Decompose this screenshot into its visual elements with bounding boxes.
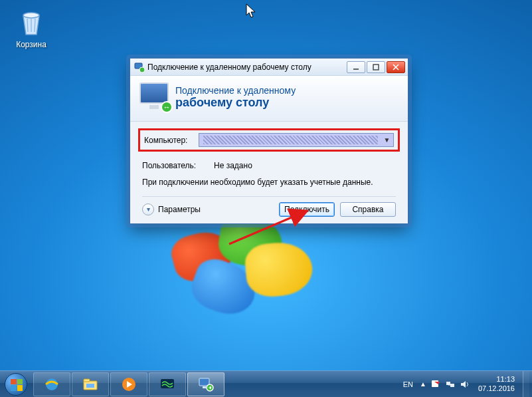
close-button[interactable] <box>387 61 405 73</box>
action-center-icon[interactable] <box>430 379 441 390</box>
taskbar-item-ie[interactable] <box>33 372 70 396</box>
rdp-title-icon <box>134 62 145 72</box>
language-indicator[interactable]: EN <box>400 379 416 390</box>
recycle-bin-label: Корзина <box>7 40 56 49</box>
clock-time: 11:13 <box>478 375 515 384</box>
show-desktop-button[interactable] <box>523 371 529 398</box>
computer-field-highlight: Компьютер: ▼ <box>138 128 400 152</box>
taskbar: EN ▲ 11:13 07.12.2016 <box>0 370 532 397</box>
start-button[interactable] <box>3 371 29 398</box>
chevron-down-icon[interactable]: ▼ <box>382 136 392 144</box>
svg-point-6 <box>46 378 58 390</box>
options-toggle[interactable]: ▾ Параметры <box>142 203 201 215</box>
recycle-bin[interactable]: Корзина <box>7 7 56 49</box>
desktop: Корзина Подключение к удаленному рабочем… <box>0 0 532 397</box>
svg-rect-13 <box>203 386 206 388</box>
tray-expand-icon[interactable]: ▲ <box>420 380 426 388</box>
taskbar-item-app[interactable] <box>149 372 186 396</box>
svg-rect-9 <box>86 384 94 388</box>
svg-rect-8 <box>84 379 90 382</box>
computer-label: Компьютер: <box>144 136 192 145</box>
minimize-button[interactable] <box>347 61 365 73</box>
rdp-dialog: Подключение к удаленному рабочему столу … <box>130 58 408 224</box>
cursor-icon <box>246 3 258 19</box>
header-line1: Подключение к удаленному <box>175 85 296 96</box>
maximize-button[interactable] <box>367 61 385 73</box>
user-label: Пользователь: <box>142 161 203 170</box>
svg-point-0 <box>23 13 39 18</box>
network-icon[interactable] <box>445 379 456 390</box>
options-label: Параметры <box>158 205 201 214</box>
help-button[interactable]: Справка <box>340 202 396 217</box>
clock-date: 07.12.2016 <box>478 384 515 393</box>
volume-icon[interactable] <box>460 379 470 390</box>
chevron-down-icon: ▾ <box>142 203 154 215</box>
svg-rect-4 <box>373 65 379 70</box>
user-value: Не задано <box>214 161 252 170</box>
taskbar-item-mediaplayer[interactable] <box>110 372 147 396</box>
recycle-bin-icon <box>15 7 47 39</box>
window-title: Подключение к удаленному рабочему столу <box>147 63 347 72</box>
taskbar-item-rdp[interactable] <box>187 372 224 396</box>
clock[interactable]: 11:13 07.12.2016 <box>474 375 519 392</box>
svg-point-2 <box>139 67 145 72</box>
info-text: При подключении необходимо будет указать… <box>142 173 396 196</box>
computer-value <box>203 136 378 144</box>
header-line2: рабочему столу <box>175 96 296 110</box>
computer-combobox[interactable]: ▼ <box>199 133 394 147</box>
rdp-header-icon: ↔ <box>139 82 174 112</box>
taskbar-item-explorer[interactable] <box>72 372 109 396</box>
titlebar[interactable]: Подключение к удаленному рабочему столу <box>130 59 408 76</box>
svg-rect-16 <box>446 382 450 385</box>
dialog-header: ↔ Подключение к удаленному рабочему стол… <box>130 76 408 122</box>
connect-button[interactable]: Подключить <box>279 202 335 217</box>
